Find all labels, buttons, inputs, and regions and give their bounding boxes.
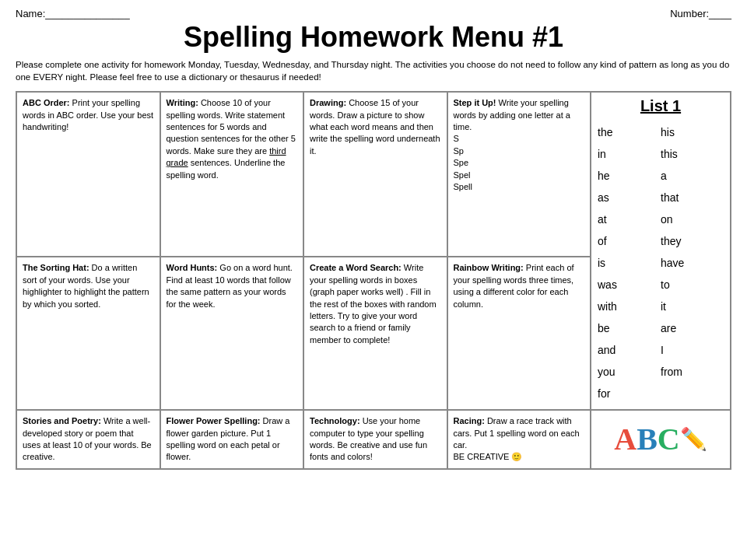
writing-cell: Writing: Choose 10 of your spelling word…	[160, 92, 304, 257]
abc-display-panel: A B C ✏️	[591, 410, 731, 469]
word-search-cell: Create a Word Search: Write your spellin…	[303, 257, 447, 410]
abc-order-cell: ABC Order: Print your spelling words in …	[16, 92, 160, 257]
list-word: for	[598, 383, 661, 404]
sorting-hat-cell: The Sorting Hat: Do a written sort of yo…	[16, 257, 160, 410]
technology-title: Technology:	[310, 416, 363, 425]
list-word: from	[661, 361, 724, 383]
list-word: was	[598, 274, 661, 296]
pencil-icon: ✏️	[680, 426, 707, 452]
abc-letter-b: B	[637, 421, 658, 457]
list-word: they	[661, 230, 724, 252]
list-word: a	[661, 165, 724, 187]
list-word: you	[598, 361, 661, 383]
list-word: have	[661, 252, 724, 274]
flower-power-title: Flower Power Spelling:	[167, 416, 263, 425]
list-word: the	[598, 121, 661, 143]
list-word: are	[661, 317, 724, 339]
list-panel: List 1 thehis inthis hea asthat aton oft…	[591, 92, 731, 410]
writing-title: Writing:	[167, 98, 201, 107]
list-word: to	[661, 274, 724, 296]
sorting-hat-title: The Sorting Hat:	[23, 263, 92, 272]
list-words: thehis inthis hea asthat aton ofthey ish…	[598, 121, 724, 404]
list-word: I	[661, 339, 724, 361]
writing-body: Choose 10 of your spelling words. Write …	[167, 98, 296, 179]
list-word	[661, 383, 724, 404]
rainbow-writing-cell: Rainbow Writing: Print each of your spel…	[447, 257, 591, 410]
list-word: is	[598, 252, 661, 274]
word-hunts-cell: Word Hunts: Go on a word hunt. Find at l…	[160, 257, 304, 410]
instructions-text: Please complete one activity for homewor…	[16, 58, 731, 83]
number-label: Number:____	[670, 8, 731, 19]
list-word: in	[598, 143, 661, 165]
list-word: it	[661, 296, 724, 317]
list-word: with	[598, 296, 661, 317]
list-word: be	[598, 317, 661, 339]
racing-title: Racing:	[454, 416, 487, 425]
list-word: on	[661, 208, 724, 230]
list-word: as	[598, 187, 661, 208]
abc-letter-a: A	[614, 421, 637, 457]
stories-poetry-title: Stories and Poetry:	[23, 416, 103, 425]
drawing-cell: Drawing: Choose 15 of your words. Draw a…	[303, 92, 447, 257]
step-it-up-title: Step it Up!	[454, 98, 499, 107]
list-title: List 1	[598, 97, 724, 115]
name-label: Name:_______________	[16, 8, 130, 19]
stories-poetry-cell: Stories and Poetry: Write a well-develop…	[16, 410, 160, 469]
abc-letter-c: C	[658, 421, 680, 457]
word-search-body: Write your spelling words in boxes (grap…	[310, 263, 437, 344]
list-word: at	[598, 208, 661, 230]
page-title: Spelling Homework Menu #1	[16, 21, 731, 54]
list-word: and	[598, 339, 661, 361]
list-word: he	[598, 165, 661, 187]
word-hunts-title: Word Hunts:	[167, 263, 220, 272]
list-word: that	[661, 187, 724, 208]
abc-order-title: ABC Order:	[23, 98, 72, 107]
activity-grid: ABC Order: Print your spelling words in …	[16, 91, 731, 470]
step-it-up-body: Write your spelling words by adding one …	[454, 98, 570, 191]
flower-power-cell: Flower Power Spelling: Draw a flower gar…	[160, 410, 304, 469]
list-word: his	[661, 121, 724, 143]
racing-cell: Racing: Draw a race track with cars. Put…	[447, 410, 591, 469]
step-it-up-cell: Step it Up! Write your spelling words by…	[447, 92, 591, 257]
rainbow-writing-title: Rainbow Writing:	[454, 263, 526, 272]
list-word: this	[661, 143, 724, 165]
technology-cell: Technology: Use your home computer to ty…	[303, 410, 447, 469]
word-search-title: Create a Word Search:	[310, 263, 404, 272]
drawing-title: Drawing:	[310, 98, 349, 107]
list-word: of	[598, 230, 661, 252]
